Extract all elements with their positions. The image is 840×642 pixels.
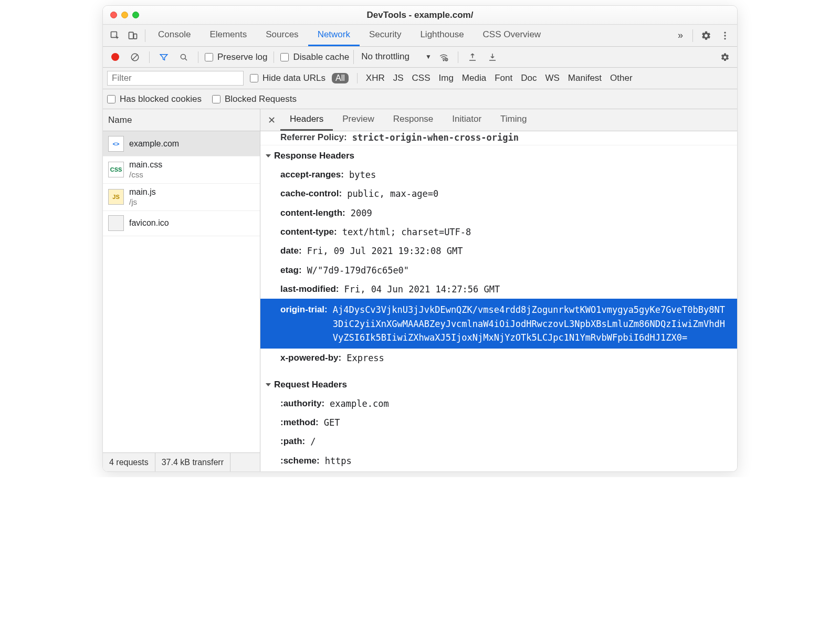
filter-type-all[interactable]: All (332, 73, 349, 83)
request-details: ✕ HeadersPreviewResponseInitiatorTiming … (260, 109, 737, 471)
filter-type-js[interactable]: JS (393, 73, 404, 83)
disable-cache-checkbox[interactable]: Disable cache (280, 52, 349, 62)
traffic-lights (103, 12, 139, 18)
filter-type-media[interactable]: Media (462, 73, 486, 83)
header-row[interactable]: last-modified:Fri, 04 Jun 2021 14:27:56 … (260, 280, 737, 299)
filter-type-doc[interactable]: Doc (521, 73, 537, 83)
disable-cache-input[interactable] (280, 53, 289, 61)
record-button[interactable] (107, 49, 123, 65)
response-headers-section[interactable]: Response Headers (260, 146, 737, 165)
separator (149, 51, 150, 63)
filter-type-manifest[interactable]: Manifest (568, 73, 602, 83)
export-har-icon[interactable] (485, 49, 500, 65)
request-list-footer: 4 requests 37.4 kB transferr (103, 452, 260, 471)
separator (198, 51, 198, 63)
details-tab-initiator[interactable]: Initiator (443, 109, 491, 131)
network-conditions-icon[interactable] (436, 49, 452, 65)
settings-gear-icon[interactable] (697, 27, 715, 45)
details-tab-headers[interactable]: Headers (280, 109, 333, 131)
more-tabs-button[interactable]: » (673, 30, 688, 41)
hide-data-urls-checkbox[interactable]: Hide data URLs (250, 73, 326, 83)
request-count: 4 requests (103, 453, 155, 471)
header-row[interactable]: :authority:example.com (260, 394, 737, 413)
header-row[interactable]: :scheme:https (260, 451, 737, 470)
details-body[interactable]: Referrer Policy: strict-origin-when-cros… (260, 131, 737, 471)
blocked-requests-label: Blocked Requests (225, 94, 297, 104)
header-row[interactable]: :method:GET (260, 413, 737, 432)
details-tab-timing[interactable]: Timing (491, 109, 536, 131)
window-close-button[interactable] (110, 12, 117, 18)
file-type-icon: <> (108, 136, 124, 152)
filter-type-font[interactable]: Font (495, 73, 512, 83)
filter-type-xhr[interactable]: XHR (366, 73, 385, 83)
file-type-icon (108, 215, 124, 231)
hide-data-urls-input[interactable] (250, 74, 258, 82)
filter-type-img[interactable]: Img (439, 73, 454, 83)
header-value: / (310, 435, 316, 448)
header-row[interactable]: etag:W/"7d9-179d76c65e0" (260, 261, 737, 280)
header-value: W/"7d9-179d76c65e0" (307, 264, 409, 277)
inspect-element-icon[interactable] (106, 27, 124, 45)
tab-elements[interactable]: Elements (200, 25, 256, 46)
header-value: example.com (330, 397, 389, 411)
header-row[interactable]: accept-ranges:bytes (260, 165, 737, 184)
filter-type-css[interactable]: CSS (412, 73, 430, 83)
header-name: Referrer Policy: (280, 132, 347, 143)
panel-settings-gear-icon[interactable] (717, 49, 733, 65)
filter-icon[interactable] (156, 49, 172, 65)
blocked-requests-input[interactable] (212, 95, 220, 103)
has-blocked-cookies-checkbox[interactable]: Has blocked cookies (107, 94, 202, 104)
tab-lighthouse[interactable]: Lighthouse (411, 25, 473, 46)
header-name: :authority: (280, 397, 324, 411)
request-headers-section[interactable]: Request Headers (260, 375, 737, 394)
request-row[interactable]: JSmain.js/js (103, 184, 260, 211)
blocked-requests-checkbox[interactable]: Blocked Requests (212, 94, 297, 104)
header-row[interactable]: content-length:2009 (260, 204, 737, 223)
svg-rect-2 (134, 34, 137, 38)
header-row[interactable]: :path:/ (260, 432, 737, 451)
tab-sources[interactable]: Sources (256, 25, 308, 46)
request-name: main.js (129, 187, 156, 197)
svg-point-4 (724, 35, 726, 36)
preserve-log-checkbox[interactable]: Preserve log (205, 52, 267, 62)
request-row[interactable]: CSSmain.css/css (103, 156, 260, 184)
filter-type-ws[interactable]: WS (545, 73, 559, 83)
close-details-button[interactable]: ✕ (262, 114, 280, 126)
has-blocked-cookies-input[interactable] (107, 95, 116, 103)
devtools-window: DevTools - example.com/ ConsoleElementsS… (102, 5, 738, 472)
header-name: :method: (280, 416, 319, 429)
window-title: DevTools - example.com/ (103, 10, 737, 20)
request-row[interactable]: favicon.ico (103, 211, 260, 236)
tab-network[interactable]: Network (308, 25, 360, 46)
preserve-log-input[interactable] (205, 53, 213, 61)
header-row[interactable]: accept:text/html,application/xhtml+xml,a… (260, 470, 737, 471)
request-row[interactable]: <>example.com (103, 131, 260, 156)
window-minimize-button[interactable] (121, 12, 128, 18)
header-row[interactable]: date:Fri, 09 Jul 2021 19:32:08 GMT (260, 241, 737, 260)
separator (458, 51, 458, 63)
request-list-header[interactable]: Name (103, 109, 260, 131)
header-row[interactable]: origin-trial:Aj4DysCv3VjknU3jJvkDEwnQZK/… (260, 299, 737, 349)
kebab-menu-icon[interactable] (716, 27, 734, 45)
header-row[interactable]: x-powered-by:Express (260, 349, 737, 367)
throttling-select[interactable]: No throttling ▼ (353, 50, 432, 64)
request-path: /css (129, 170, 162, 180)
header-row[interactable]: cache-control:public, max-age=0 (260, 184, 737, 203)
filter-input[interactable] (107, 71, 244, 86)
import-har-icon[interactable] (465, 49, 480, 65)
tab-security[interactable]: Security (360, 25, 411, 46)
tab-console[interactable]: Console (149, 25, 200, 46)
resource-type-filter: All XHRJSCSSImgMediaFontDocWSManifestOth… (332, 73, 633, 83)
search-icon[interactable] (176, 49, 192, 65)
device-toolbar-icon[interactable] (124, 27, 142, 45)
window-zoom-button[interactable] (132, 12, 139, 18)
header-row[interactable]: content-type:text/html; charset=UTF-8 (260, 223, 737, 241)
details-tab-preview[interactable]: Preview (333, 109, 383, 131)
filter-type-other[interactable]: Other (610, 73, 633, 83)
header-name: content-length: (280, 206, 345, 220)
svg-point-7 (181, 54, 185, 59)
clear-button[interactable] (127, 49, 143, 65)
separator (145, 29, 145, 42)
tab-css-overview[interactable]: CSS Overview (474, 25, 551, 46)
details-tab-response[interactable]: Response (384, 109, 443, 131)
